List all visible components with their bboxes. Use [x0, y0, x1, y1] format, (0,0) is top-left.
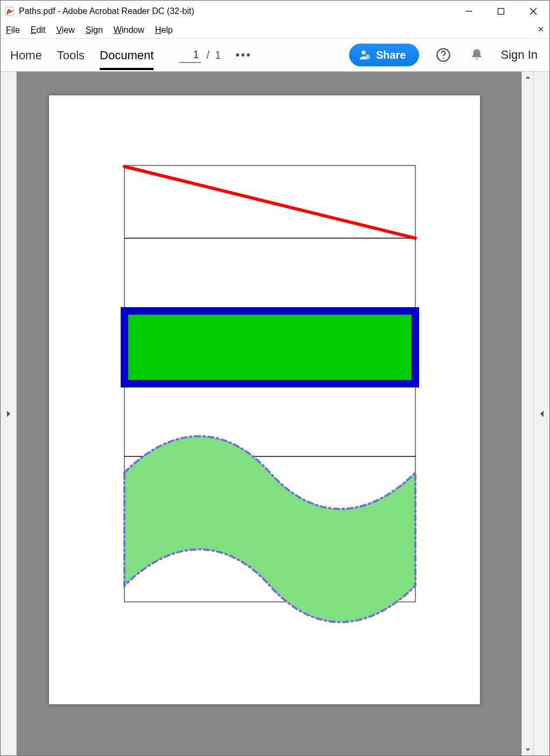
page-number-input[interactable]	[179, 47, 201, 63]
window-title: Paths.pdf - Adobe Acrobat Reader DC (32-…	[19, 6, 194, 16]
menu-window[interactable]: Window	[114, 25, 144, 35]
scroll-down-button[interactable]	[522, 744, 533, 755]
close-button[interactable]	[517, 1, 549, 22]
close-document-button[interactable]: ×	[538, 23, 544, 36]
maximize-button[interactable]	[485, 1, 517, 22]
vertical-scrollbar[interactable]	[521, 72, 533, 755]
toolbar: Home Tools Document / 1 Share Sign In	[1, 38, 549, 72]
scroll-up-button[interactable]	[522, 72, 533, 84]
blue-green-rect	[124, 311, 415, 384]
minimize-button[interactable]	[452, 1, 485, 22]
left-panel-toggle[interactable]	[1, 72, 17, 755]
acrobat-icon	[5, 6, 15, 16]
svg-point-5	[361, 51, 365, 54]
pdf-page	[49, 95, 480, 704]
help-button[interactable]	[434, 46, 452, 64]
page-total: 1	[215, 49, 221, 61]
share-person-icon	[359, 49, 371, 61]
svg-rect-12	[124, 238, 415, 311]
share-button[interactable]: Share	[349, 44, 419, 66]
red-line	[124, 167, 415, 238]
right-panel-toggle[interactable]	[533, 72, 549, 755]
menu-view[interactable]: View	[56, 25, 74, 35]
tab-document[interactable]: Document	[100, 40, 154, 70]
menu-sign[interactable]: Sign	[86, 25, 103, 35]
share-label: Share	[376, 49, 406, 61]
menu-edit[interactable]: Edit	[31, 25, 46, 35]
page-indicator: / 1	[179, 47, 221, 63]
menu-bar: File Edit View Sign Window Help ×	[1, 22, 549, 38]
sign-in-button[interactable]: Sign In	[501, 48, 540, 62]
page-viewport[interactable]	[17, 72, 533, 755]
svg-rect-2	[498, 9, 504, 15]
menu-help[interactable]: Help	[155, 25, 173, 35]
more-options-button[interactable]	[236, 53, 250, 57]
tab-home[interactable]: Home	[10, 40, 42, 70]
page-graphics	[49, 95, 480, 704]
svg-point-10	[442, 58, 443, 59]
title-bar: Paths.pdf - Adobe Acrobat Reader DC (32-…	[1, 1, 549, 22]
tab-tools[interactable]: Tools	[57, 40, 85, 70]
page-separator: /	[206, 49, 210, 61]
document-area	[1, 72, 549, 755]
menu-file[interactable]: File	[6, 25, 20, 35]
notifications-button[interactable]	[468, 46, 486, 64]
wave-shape	[124, 436, 415, 622]
